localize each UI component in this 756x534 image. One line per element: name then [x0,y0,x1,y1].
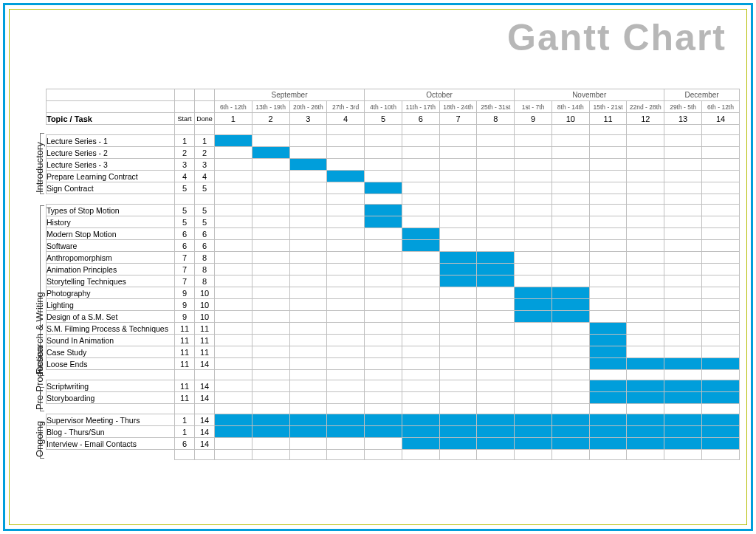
task-start: 2 [175,147,195,159]
task-done: 11 [195,323,215,335]
task-row: Types of Stop Motion55 [47,205,740,216]
task-row: Software66 [47,240,740,252]
task-done: 10 [195,311,215,323]
month-header: October [365,89,515,101]
task-name: Blog - Thurs/Sun [47,426,175,438]
week-range-header: 15th - 21st [589,101,627,113]
task-start: 1 [175,414,195,426]
gantt-bar-cell [589,335,627,346]
task-name: Interview - Email Contacts [47,438,175,450]
gantt-bar-cell [439,275,477,287]
gantt-bar-cell [515,299,552,311]
gantt-bar-cell [664,392,702,404]
section-label: Pre-Production [34,346,45,410]
week-number-header: 13 [664,113,702,125]
task-done: 4 [195,171,215,182]
gantt-bar-cell [477,264,515,275]
section-label: Introductory [34,142,45,193]
gantt-bar-cell [327,414,365,426]
gantt-bar-cell [365,426,402,438]
task-name: Prepare Learning Contract [47,171,175,182]
task-row: Supervisor Meeting - Thurs114 [47,414,740,426]
gantt-bar-cell [289,426,327,438]
gantt-bar-cell [589,414,627,426]
task-start: 7 [175,252,195,264]
task-name: Modern Stop Motion [47,228,175,240]
task-name: Lighting [47,299,175,311]
task-row: History55 [47,216,740,228]
task-row: Case Study1111 [47,346,740,358]
task-name: Animation Principles [47,264,175,275]
task-row: Prepare Learning Contract44 [47,171,740,182]
week-number-header: 9 [515,113,552,125]
task-row: S.M. Filming Process & Techniques1111 [47,323,740,335]
week-range-header: 1st - 7th [515,101,552,113]
task-done: 1 [195,135,215,147]
week-range-header: 6th - 12th [214,101,252,113]
task-name: History [47,216,175,228]
gantt-bar-cell [289,159,327,171]
task-done: 14 [195,426,215,438]
task-row: Lighting910 [47,299,740,311]
task-row: Blog - Thurs/Sun114 [47,426,740,438]
week-number-header: 7 [439,113,477,125]
gantt-bar-cell [589,346,627,358]
gantt-bar-cell [702,414,740,426]
gantt-bar-cell [477,414,515,426]
week-number-header: 12 [627,113,664,125]
task-done: 14 [195,414,215,426]
task-name: Types of Stop Motion [47,205,175,216]
gantt-bar-cell [664,380,702,392]
gantt-bar-cell [515,311,552,323]
gantt-bar-cell [702,392,740,404]
week-number-header: 11 [589,113,627,125]
gantt-bar-cell [439,438,477,450]
task-start: 11 [175,323,195,335]
gantt-bar-cell [327,426,365,438]
task-start: 1 [175,135,195,147]
gantt-bar-cell [627,414,664,426]
gantt-bar-cell [365,216,402,228]
gantt-bar-cell [589,323,627,335]
task-done: 5 [195,216,215,228]
task-name: Software [47,240,175,252]
task-done: 5 [195,182,215,194]
week-number-header: 5 [365,113,402,125]
gantt-chart: IntroductoryResearch & WritingPre-Produc… [22,89,738,460]
gantt-bar-cell [477,438,515,450]
gantt-bar-cell [402,426,439,438]
gantt-bar-cell [589,358,627,370]
gantt-bar-cell [214,426,252,438]
week-range-header: 11th - 17th [402,101,439,113]
task-done: 14 [195,438,215,450]
task-start: 9 [175,299,195,311]
task-name: S.M. Filming Process & Techniques [47,323,175,335]
task-name: Loose Ends [47,358,175,370]
gantt-bar-cell [439,252,477,264]
gantt-bar-cell [477,252,515,264]
task-done: 11 [195,346,215,358]
gantt-bar-cell [627,426,664,438]
week-number-header: 3 [289,113,327,125]
task-done: 10 [195,299,215,311]
gantt-bar-cell [627,438,664,450]
task-start: 6 [175,228,195,240]
task-name: Scriptwriting [47,380,175,392]
task-done: 6 [195,228,215,240]
week-number-header: 10 [551,113,589,125]
task-row: Lecture Series - 333 [47,159,740,171]
task-start: 6 [175,438,195,450]
task-name: Storytelling Techniques [47,275,175,287]
week-number-header: 6 [402,113,439,125]
task-row: Interview - Email Contacts614 [47,438,740,450]
task-done: 2 [195,147,215,159]
task-name: Lecture Series - 1 [47,135,175,147]
gantt-bar-cell [439,426,477,438]
task-row: Lecture Series - 111 [47,135,740,147]
gantt-bar-cell [664,358,702,370]
task-start: 11 [175,392,195,404]
task-row: Sound In Animation1111 [47,335,740,346]
topic-header: Topic / Task [47,113,175,125]
task-done: 8 [195,275,215,287]
task-row: Loose Ends1114 [47,358,740,370]
